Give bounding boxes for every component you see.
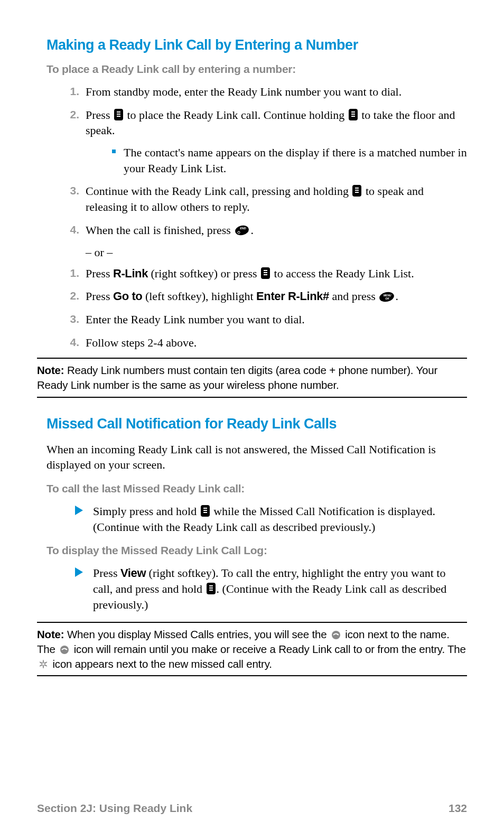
svg-text:OK: OK — [386, 297, 390, 300]
intro-missed: When an incoming Ready Link call is not … — [46, 442, 467, 473]
steps-enter-number: From standby mode, enter the Ready Link … — [63, 84, 467, 238]
note-text: Ready Link numbers must contain ten digi… — [37, 364, 437, 391]
t: icon appears next to the new missed call… — [50, 658, 272, 670]
rlink-key-icon — [114, 109, 123, 120]
end-key-icon: END — [235, 224, 249, 235]
t: to access the Ready Link List. — [271, 267, 414, 280]
missed-call-icon — [331, 629, 341, 638]
step-3: Continue with the Ready Link call, press… — [63, 183, 467, 214]
rlink-key-icon — [201, 505, 210, 517]
step-1: From standby mode, enter the Ready Link … — [63, 84, 467, 100]
step-text-b: . — [250, 223, 254, 237]
note-label: Note: — [37, 364, 64, 376]
step-4: Follow steps 2-4 above. — [63, 335, 467, 351]
page-footer: Section 2J: Using Ready Link 132 — [37, 802, 467, 815]
rlink-key-icon — [352, 185, 361, 197]
heading-making-call: Making a Ready Link Call by Entering a N… — [46, 37, 467, 53]
note-missed-icons: Note: When you display Missed Calls entr… — [37, 622, 467, 676]
step-text-a: Continue with the Ready Link call, press… — [86, 184, 351, 198]
footer-section: Section 2J: Using Ready Link — [37, 802, 192, 815]
t: icon will remain until you make or recei… — [71, 643, 466, 655]
rlink-key-icon — [261, 267, 270, 279]
or-divider: – or – — [86, 246, 467, 259]
t: Press — [93, 566, 120, 580]
t: Press — [86, 290, 113, 303]
t: Follow steps 2-4 above. — [86, 336, 197, 349]
t: . — [395, 290, 398, 303]
step-2: Press Go to (left softkey), highlight En… — [63, 288, 467, 304]
menu-ok-key-icon: MENUOK — [379, 291, 395, 301]
step-text-b: to place the Ready Link call. Continue h… — [124, 108, 348, 122]
arrow-item: Simply press and hold while the Missed C… — [74, 503, 467, 535]
missed-call-icon — [59, 643, 70, 653]
step-3: Enter the Ready Link number you want to … — [63, 312, 467, 328]
note-label: Note: — [37, 628, 64, 640]
step-2: Press to place the Ready Link call. Cont… — [63, 107, 467, 176]
note-digits: Note: Ready Link numbers must contain te… — [37, 358, 467, 397]
label-view: View — [120, 566, 146, 580]
sub-bullet-list: The contact's name appears on the displa… — [112, 145, 467, 176]
subheading-place-call: To place a Ready Link call by entering a… — [46, 63, 467, 76]
svg-text:END: END — [240, 227, 247, 230]
label-enter-rlink: Enter R-Link# — [256, 290, 329, 303]
subheading-call-last: To call the last Missed Ready Link call: — [46, 482, 467, 495]
sub-bullet: The contact's name appears on the displa… — [112, 145, 467, 176]
heading-missed-call: Missed Call Notification for Ready Link … — [46, 416, 467, 432]
t: (left softkey), highlight — [142, 290, 256, 303]
t: and press — [329, 290, 378, 303]
t: When you display Missed Calls entries, y… — [64, 628, 329, 640]
arrow-list-2: Press View (right softkey). To call the … — [74, 565, 467, 612]
svg-point-8 — [60, 646, 69, 654]
rlink-key-icon — [349, 109, 358, 120]
rlink-key-icon — [207, 583, 216, 594]
label-rlink: R-Link — [113, 267, 148, 280]
steps-alt-method: Press R-Link (right softkey) or press to… — [63, 266, 467, 351]
new-entry-icon — [38, 658, 49, 669]
svg-point-7 — [332, 631, 340, 639]
t: (right softkey) or press — [148, 267, 260, 280]
step-4: When the call is finished, press END. — [63, 222, 467, 238]
step-text: From standby mode, enter the Ready Link … — [86, 85, 402, 98]
label-goto: Go to — [113, 290, 142, 303]
bullet-text: The contact's name appears on the displa… — [124, 146, 467, 175]
arrow-item: Press View (right softkey). To call the … — [74, 565, 467, 612]
t: Simply press and hold — [93, 505, 200, 518]
step-text-a: Press — [86, 108, 113, 122]
t: Press — [86, 267, 113, 280]
arrow-list-1: Simply press and hold while the Missed C… — [74, 503, 467, 535]
subheading-display-log: To display the Missed Ready Link Call Lo… — [46, 544, 467, 557]
footer-page-number: 132 — [449, 802, 467, 815]
t: Enter the Ready Link number you want to … — [86, 313, 305, 326]
step-text-a: When the call is finished, press — [86, 223, 234, 237]
step-1: Press R-Link (right softkey) or press to… — [63, 266, 467, 282]
